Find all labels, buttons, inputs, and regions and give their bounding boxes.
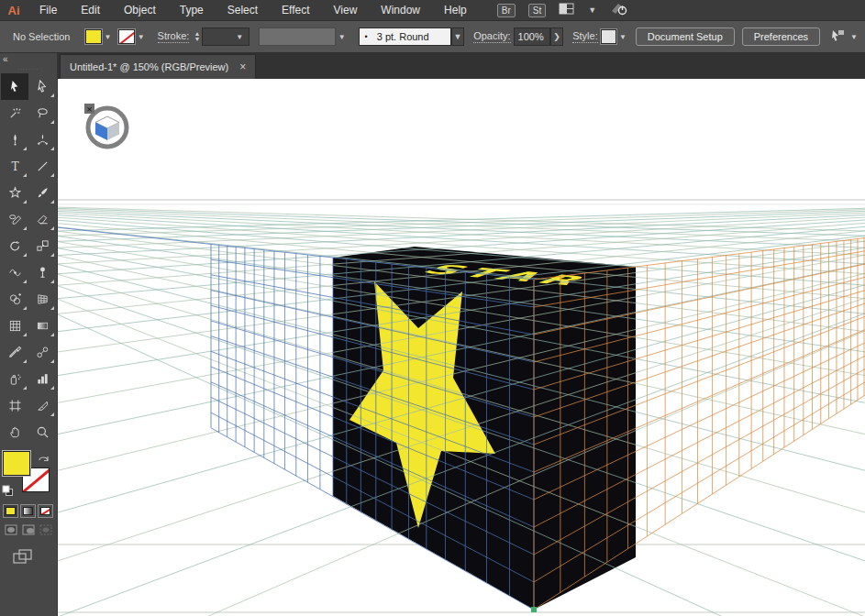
rotate-icon — [8, 239, 22, 253]
opacity-field[interactable]: 100% — [514, 28, 550, 46]
stroke-weight-label[interactable]: Stroke: — [158, 30, 190, 43]
collapse-panel-button[interactable]: « — [0, 53, 57, 65]
lasso-tool[interactable] — [28, 100, 56, 126]
selection-tool[interactable] — [1, 73, 28, 100]
style-swatch[interactable] — [601, 29, 616, 44]
width-tool[interactable] — [1, 259, 28, 286]
stroke-weight-dropdown[interactable]: ▼ — [202, 28, 250, 46]
magic-wand-icon — [8, 106, 22, 120]
direct-selection-tool[interactable] — [28, 73, 56, 100]
chevron-down-icon[interactable]: ▼ — [138, 33, 145, 41]
scale-icon — [36, 239, 50, 253]
chevron-down-icon[interactable]: ▼ — [850, 33, 858, 41]
column-graph-icon — [36, 372, 50, 386]
style-label[interactable]: Style: — [572, 30, 598, 43]
star-icon — [8, 186, 22, 200]
chevron-down-icon[interactable]: ▼ — [105, 33, 112, 41]
blend-tool[interactable] — [28, 339, 56, 366]
menu-view[interactable]: View — [322, 0, 370, 20]
panel-grip[interactable]: ∙∙∙∙∙∙∙∙ — [0, 65, 57, 73]
shape-builder-tool[interactable] — [1, 286, 28, 313]
rotate-tool[interactable] — [1, 233, 28, 259]
document-canvas[interactable]: STAR× — [58, 79, 865, 616]
bridge-button[interactable]: Br — [497, 4, 516, 17]
plane-switcher-widget[interactable]: × — [84, 104, 127, 147]
artboard-icon — [8, 399, 22, 412]
symbol-sprayer-tool[interactable] — [1, 366, 28, 392]
zoom-tool[interactable] — [28, 419, 56, 446]
shaper-tool[interactable] — [1, 206, 28, 233]
menu-window[interactable]: Window — [369, 0, 432, 20]
width-profile-dropdown[interactable] — [259, 28, 336, 46]
slice-tool[interactable] — [28, 392, 56, 419]
type-tool[interactable]: T — [1, 153, 28, 180]
opacity-panel-arrow[interactable]: ❯ — [550, 28, 563, 46]
default-fill-stroke-icon[interactable] — [2, 484, 14, 500]
artboard-area[interactable]: STAR× — [58, 79, 865, 616]
brush-definition-dropdown[interactable]: • 3 pt. Round — [359, 28, 451, 46]
select-similar-icon[interactable] — [829, 28, 848, 45]
paint-mode-buttons — [0, 502, 57, 518]
menu-file[interactable]: File — [28, 0, 69, 20]
pen-tool[interactable] — [1, 126, 28, 153]
stock-button[interactable]: St — [528, 4, 546, 17]
mesh-tool[interactable] — [1, 313, 28, 339]
puppet-warp-pin-icon — [36, 266, 50, 280]
document-setup-button[interactable]: Document Setup — [636, 28, 735, 46]
gradient-tool[interactable] — [28, 313, 56, 339]
none-mode-button[interactable] — [38, 504, 53, 518]
stroke-weight-stepper[interactable]: ▲▼ — [194, 31, 200, 42]
menu-help[interactable]: Help — [432, 0, 479, 20]
opacity-label[interactable]: Opacity: — [473, 30, 510, 43]
chevron-down-icon[interactable]: ▼ — [338, 33, 346, 41]
brush-preview-dot: • — [365, 32, 368, 41]
magic-wand-tool[interactable] — [1, 100, 28, 126]
eyedropper-icon — [8, 346, 22, 359]
paintbrush-tool[interactable] — [28, 180, 56, 206]
eyedropper-tool[interactable] — [1, 339, 28, 366]
menu-type[interactable]: Type — [168, 0, 216, 20]
color-mode-button[interactable] — [3, 504, 18, 518]
gradient-mode-button[interactable] — [20, 504, 36, 518]
chevron-down-icon[interactable]: ▼ — [619, 33, 627, 41]
document-tab[interactable]: Untitled-1* @ 150% (RGB/Preview) × — [60, 54, 256, 79]
magnifier-icon — [36, 425, 50, 439]
draw-normal-icon[interactable] — [4, 523, 18, 540]
fill-indicator[interactable] — [3, 451, 30, 476]
pen-icon — [8, 133, 22, 147]
grid-origin-anchor[interactable] — [531, 607, 537, 612]
menu-effect[interactable]: Effect — [270, 0, 321, 20]
stroke-color-swatch[interactable] — [118, 29, 134, 44]
brush-name: 3 pt. Round — [377, 31, 429, 42]
line-segment-tool[interactable] — [28, 153, 56, 180]
curvature-tool[interactable] — [28, 126, 56, 153]
drawing-mode-buttons — [0, 518, 57, 540]
arrange-documents-icon[interactable] — [559, 3, 575, 17]
menu-object[interactable]: Object — [112, 0, 168, 20]
fill-color-swatch[interactable] — [85, 29, 101, 44]
gpu-performance-icon[interactable] — [609, 2, 629, 19]
perspective-grid-tool[interactable] — [28, 286, 56, 313]
hand-tool[interactable] — [1, 419, 28, 446]
slice-knife-icon — [36, 399, 50, 412]
puppet-warp-tool[interactable] — [28, 259, 56, 286]
column-graph-tool[interactable] — [28, 366, 56, 392]
preferences-button[interactable]: Preferences — [742, 28, 820, 46]
draw-behind-icon[interactable] — [21, 523, 36, 540]
scale-tool[interactable] — [28, 233, 56, 259]
artboard-tool[interactable] — [1, 392, 28, 419]
chevron-down-icon[interactable]: ▼ — [451, 28, 464, 46]
blend-icon — [36, 346, 50, 359]
chevron-down-icon[interactable]: ▼ — [588, 6, 596, 15]
widget-close-icon[interactable]: × — [86, 104, 94, 114]
star-shape-tool[interactable] — [1, 180, 28, 206]
tab-close-icon[interactable]: × — [239, 62, 246, 72]
menu-edit[interactable]: Edit — [69, 0, 112, 20]
draw-inside-icon[interactable] — [39, 523, 53, 540]
mesh-icon — [8, 319, 22, 333]
menu-select[interactable]: Select — [216, 0, 270, 20]
swap-fill-stroke-icon[interactable] — [38, 451, 51, 468]
screen-mode-button[interactable] — [0, 540, 57, 568]
eraser-tool[interactable] — [28, 206, 56, 233]
shape-builder-icon — [8, 292, 22, 306]
